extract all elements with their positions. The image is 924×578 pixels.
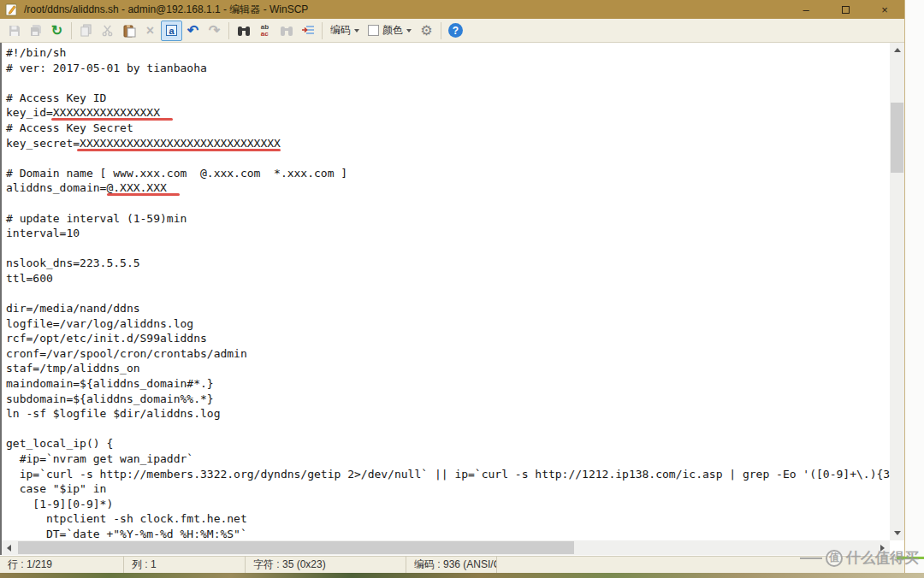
code-line: # ver: 2017-05-01 by tianbaoha — [6, 61, 890, 76]
maximize-icon — [842, 6, 850, 14]
status-line-indicator: 行 : 1/219 — [0, 557, 124, 573]
watermark: 值 什么值得买 — [800, 548, 919, 568]
select-all-icon: a — [166, 25, 177, 36]
red-underline-annotation — [51, 118, 174, 121]
delete-x-icon: × — [146, 24, 154, 38]
encoding-label: 编码 — [330, 23, 351, 38]
vertical-scroll-thumb[interactable] — [891, 103, 903, 173]
scissors-icon — [101, 24, 114, 37]
clipboard-icon — [122, 24, 136, 38]
red-underline-annotation — [77, 149, 281, 151]
code-line: #ip=`nvram get wan_ipaddr` — [6, 451, 890, 467]
save-all-button[interactable] — [25, 21, 46, 41]
cut-button[interactable] — [97, 21, 118, 41]
code-line: logfile=/var/log/aliddns.log — [6, 316, 890, 332]
redo-icon: ↷ — [209, 24, 220, 38]
copy-icon — [80, 24, 92, 37]
scroll-down-button[interactable] — [890, 526, 904, 540]
find-next-button[interactable] — [275, 21, 297, 41]
status-encoding-indicator: 编码 : 936 (ANSI/OEM — [406, 557, 497, 573]
code-line: DT=`date +"%Y-%m-%d %H:%M:%S"` — [6, 527, 890, 540]
code-line: nslook_dns=223.5.5.5 — [6, 256, 890, 271]
binoculars-gray-icon — [280, 24, 293, 38]
toolbar-separator — [71, 22, 72, 39]
horizontal-scroll-thumb[interactable] — [18, 541, 574, 554]
undo-icon: ↶ — [187, 24, 198, 38]
watermark-dash — [800, 557, 822, 559]
editor-app-icon — [5, 3, 18, 16]
code-line: interval=10 — [6, 226, 890, 241]
status-bar: 行 : 1/219 列 : 1 字符 : 35 (0x23) 编码 : 936 … — [0, 556, 904, 573]
code-line: rcf=/opt/etc/init.d/S99aliddns — [6, 331, 890, 346]
code-line: #!/bin/sh — [6, 45, 890, 61]
paste-button[interactable] — [118, 21, 139, 41]
color-label: 颜色 — [382, 23, 403, 38]
code-line: dir=/media/nand/ddns — [6, 301, 890, 316]
floppy-stack-icon — [29, 24, 43, 38]
status-character-indicator: 字符 : 35 (0x23) — [246, 557, 406, 573]
minimize-button[interactable]: – — [786, 0, 826, 19]
code-line — [6, 422, 890, 437]
color-dropdown[interactable]: 颜色 — [364, 21, 416, 41]
gear-icon: ⚙ — [420, 24, 432, 38]
binoculars-icon — [237, 24, 251, 38]
vertical-scrollbar[interactable] — [890, 43, 904, 540]
title-bar: /root/ddns/aliddns.sh - admin@192.168.1.… — [0, 0, 904, 19]
save-button[interactable] — [3, 21, 25, 41]
copy-button[interactable] — [75, 21, 97, 41]
code-line: ntpclient -sh clock.fmt.he.net — [6, 511, 890, 527]
code-line: cronf=/var/spool/cron/crontabs/admin — [6, 346, 890, 362]
code-line — [6, 150, 890, 166]
help-button[interactable]: ? — [445, 21, 466, 41]
delete-button[interactable]: × — [139, 21, 161, 41]
goto-line-button[interactable] — [297, 21, 318, 41]
toolbar-separator — [441, 22, 441, 39]
cropped-content-strip — [0, 573, 924, 578]
arrow-left-icon — [7, 545, 11, 551]
code-line: [1-9][0-9]*) — [6, 497, 890, 512]
code-line: get_local_ip() { — [6, 436, 890, 451]
close-button[interactable]: × — [865, 0, 904, 19]
reload-icon: ↻ — [51, 24, 62, 38]
editor-pane[interactable]: #!/bin/sh# ver: 2017-05-01 by tianbaoha#… — [0, 43, 890, 540]
code-line: ln -sf $logfile $dir/aliddns.log — [6, 406, 890, 422]
arrow-up-icon — [894, 48, 901, 52]
code-line: # Access Key Secret — [6, 121, 890, 136]
find-button[interactable] — [233, 21, 254, 41]
toolbar-separator — [322, 22, 323, 39]
replace-icon: abac — [261, 24, 269, 38]
encoding-dropdown[interactable]: 编码 — [326, 21, 364, 41]
window-title: /root/ddns/aliddns.sh - admin@192.168.1.… — [24, 3, 308, 17]
redo-button[interactable]: ↷ — [204, 21, 225, 41]
chevron-down-icon — [354, 29, 359, 32]
maximize-button[interactable] — [826, 0, 865, 19]
code-line — [6, 75, 890, 91]
preferences-button[interactable]: ⚙ — [416, 21, 437, 41]
select-all-button[interactable]: a — [161, 21, 182, 41]
replace-button[interactable]: abac — [254, 21, 275, 41]
horizontal-scrollbar[interactable] — [0, 540, 890, 555]
editor-toolbar: ↻ × a ↶ ↷ abac — [0, 19, 904, 43]
toolbar-separator — [228, 22, 229, 39]
code-line — [6, 286, 890, 302]
reload-button[interactable]: ↻ — [46, 21, 68, 41]
scroll-up-button[interactable] — [890, 43, 904, 57]
code-line: staf=/tmp/aliddns_on — [6, 361, 890, 376]
code-line: maindomain=${aliddns_domain#*.} — [6, 376, 890, 392]
watermark-text: 什么值得买 — [846, 548, 919, 568]
code-line — [6, 241, 890, 257]
goto-line-icon — [301, 24, 315, 38]
code-line: ttl=600 — [6, 271, 890, 286]
code-line: ip=`curl -s http://members.3322.org/dynd… — [6, 467, 890, 482]
code-area[interactable]: #!/bin/sh# ver: 2017-05-01 by tianbaoha#… — [2, 43, 890, 540]
code-line: case "$ip" in — [6, 481, 890, 497]
status-column-indicator: 列 : 1 — [124, 557, 246, 573]
help-icon: ? — [448, 23, 463, 38]
scroll-left-button[interactable] — [2, 540, 16, 555]
undo-button[interactable]: ↶ — [182, 21, 204, 41]
code-line: # Domain name [ www.xxx.com @.xxx.com *.… — [6, 166, 890, 181]
winscp-editor-window: /root/ddns/aliddns.sh - admin@192.168.1.… — [0, 0, 905, 573]
red-underline-annotation — [107, 193, 181, 196]
color-swatch-icon — [368, 25, 379, 36]
code-line: # Access Key ID — [6, 91, 890, 106]
